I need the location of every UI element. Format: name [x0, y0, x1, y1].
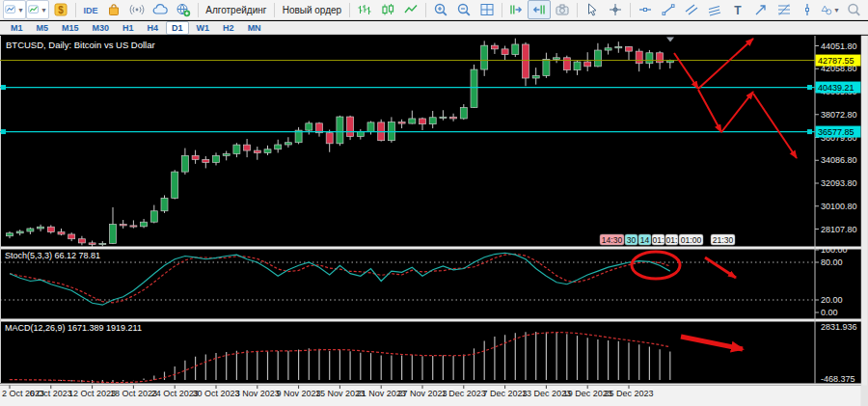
time-tags: 14:30301401:01:01:0021:30 [600, 234, 735, 245]
macd-label: MACD(12,26,9) 1671.389 1919.211 [5, 323, 142, 333]
ide-icon: IDE [83, 2, 98, 17]
svg-text:0.00: 0.00 [821, 308, 838, 317]
vertical-scrollbar[interactable] [861, 36, 868, 406]
chevron-down-icon: ▼ [17, 7, 24, 14]
pane-splitter [0, 384, 868, 386]
shift-left-icon [531, 2, 547, 17]
trend-icon [661, 2, 676, 17]
chart-shift-button[interactable] [528, 0, 551, 19]
svg-text:24 Oct 2023: 24 Oct 2023 [151, 389, 199, 398]
toolbar-separator [502, 3, 502, 17]
shapes-icon [821, 2, 832, 17]
signal-icon [129, 2, 145, 17]
svg-text:12 Oct 2023: 12 Oct 2023 [68, 389, 116, 398]
cloud-icon [152, 2, 168, 17]
svg-text:7 Dec 2023: 7 Dec 2023 [483, 389, 528, 398]
new-order-button-label: Новый ордер [283, 5, 342, 15]
screenshot-button[interactable] [551, 0, 574, 19]
timeframe-h1[interactable]: H1 [117, 21, 140, 35]
symbols-dollar-button[interactable]: $ [49, 0, 72, 19]
svg-text:6 Oct 2023: 6 Oct 2023 [30, 389, 72, 398]
text-tool-button[interactable]: T [726, 0, 749, 19]
hline-icon [637, 2, 653, 17]
chart-canvas[interactable]: BTCUSD, Daily: Bitcoin vs US Dollar14:30… [0, 0, 868, 406]
svg-text:44051.80: 44051.80 [821, 41, 857, 51]
svg-text:25 Dec 2023: 25 Dec 2023 [604, 389, 653, 398]
timeframe-d1[interactable]: D1 [166, 21, 189, 35]
pane-splitter[interactable] [0, 247, 868, 250]
arrow-tool-button[interactable] [749, 0, 773, 19]
community-button[interactable] [172, 0, 195, 19]
zoom-out-button[interactable] [452, 0, 475, 19]
indicator-icon [28, 2, 40, 17]
shapes-button[interactable]: ▼ [819, 0, 842, 19]
timeframe-m15[interactable]: M15 [56, 21, 85, 35]
svg-text:14: 14 [640, 235, 650, 245]
shift-right-icon [508, 2, 524, 17]
bag-icon [106, 2, 122, 17]
timeframe-mn[interactable]: MN [242, 21, 267, 35]
indicators-button[interactable]: ▼ [26, 0, 49, 19]
crosshair-button[interactable] [604, 0, 627, 19]
zoom-in-button[interactable] [429, 0, 452, 19]
trendline-button[interactable] [657, 0, 680, 19]
candles-chart-button[interactable] [376, 0, 399, 19]
svg-text:3 Nov 2023: 3 Nov 2023 [235, 389, 280, 398]
equich-icon [707, 2, 722, 17]
svg-text:30100.80: 30100.80 [821, 202, 857, 211]
svg-text:38072.80: 38072.80 [821, 110, 857, 120]
vertical-line-button[interactable] [796, 0, 819, 19]
pane-splitter[interactable] [0, 319, 868, 322]
timeframe-h2[interactable]: H2 [217, 21, 240, 35]
zoom-in-icon [433, 2, 448, 17]
camera-icon [555, 2, 570, 17]
timeframe-m1[interactable]: M1 [5, 21, 29, 35]
channel-button[interactable] [680, 0, 703, 19]
tile-windows-button[interactable] [475, 0, 499, 19]
cloud-button[interactable] [149, 0, 172, 19]
bars-chart-button[interactable] [353, 0, 376, 19]
svg-text:20.00: 20.00 [821, 295, 843, 305]
toolbar-separator [75, 3, 76, 17]
dollar-icon: $ [53, 2, 68, 17]
timeframe-toolbar: M1M5M15M30H1H4D1W1H2MN [0, 21, 868, 35]
svg-text:18 Oct 2023: 18 Oct 2023 [110, 389, 157, 398]
zoom-out-icon [456, 2, 472, 17]
chart-window-button[interactable]: ▼ [3, 0, 26, 19]
scrollbar-corner [861, 386, 868, 406]
horizontal-line-button[interactable] [634, 0, 657, 19]
equidistant-channel-button[interactable] [703, 0, 726, 19]
svg-text:100.00: 100.00 [821, 245, 848, 255]
svg-text:42787.55: 42787.55 [818, 56, 854, 66]
svg-text:2831.936: 2831.936 [821, 322, 857, 332]
mt5-window: ▼▼$IDEАлготрейдингНовый ордерT▼ M1M5M15M… [0, 0, 868, 406]
toolbar-separator [274, 3, 275, 17]
channel-icon [684, 2, 699, 17]
chart-title: BTCUSD, Daily: Bitcoin vs US Dollar [6, 40, 155, 50]
timeframe-w1[interactable]: W1 [191, 21, 216, 35]
crosshair-icon [608, 2, 623, 17]
svg-text:30: 30 [627, 235, 637, 245]
market-button[interactable] [102, 0, 125, 19]
cursor-button[interactable] [581, 0, 604, 19]
timeframe-m30[interactable]: M30 [87, 21, 116, 35]
svg-text:32093.80: 32093.80 [821, 178, 857, 188]
tiles-icon [479, 2, 495, 17]
svg-text:T: T [734, 4, 742, 17]
line-chart-icon [5, 2, 16, 17]
fibonacci-button[interactable] [773, 0, 796, 19]
new-order-button[interactable]: Новый ордер [278, 0, 346, 19]
svg-text:80.00: 80.00 [821, 257, 843, 267]
zigzag-icon [403, 2, 419, 17]
auto-scroll-button[interactable] [504, 0, 528, 19]
line-chart-button[interactable] [399, 0, 422, 19]
chart-background [0, 36, 861, 406]
timeframe-h4[interactable]: H4 [142, 21, 165, 35]
search-button[interactable] [842, 0, 865, 19]
metaeditor-ide-button[interactable]: IDE [79, 0, 102, 19]
timeframe-m5[interactable]: M5 [31, 21, 55, 35]
svg-text:9 Nov 2023: 9 Nov 2023 [277, 389, 321, 398]
toolbar-separator [577, 3, 578, 17]
signals-button[interactable] [125, 0, 149, 19]
algo-trading-button[interactable]: Алготрейдинг [202, 0, 271, 19]
